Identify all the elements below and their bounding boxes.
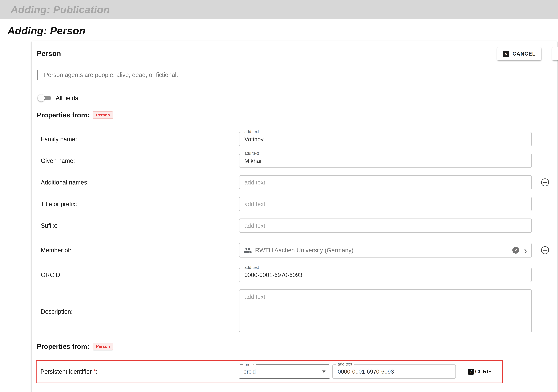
persistent-identifier-fields: prefix orcid add text ✓ CURIE <box>239 365 492 379</box>
orcid-input[interactable] <box>239 268 532 282</box>
persistent-identifier-label: Persistent identifier*: <box>36 368 239 375</box>
identifier-input[interactable] <box>332 365 456 379</box>
person-form-card: Person ✕ CANCEL Person agents are people… <box>31 41 558 392</box>
app: Adding: Publication Adding: Person Perso… <box>0 0 558 392</box>
properties-from-section-1: Properties from: Person <box>37 111 552 119</box>
given-name-field: add text <box>239 154 532 168</box>
quote-text: Person agents are people, alive, dead, o… <box>44 71 178 78</box>
card-title: Person <box>37 49 552 58</box>
field-row-suffix: Suffix: <box>37 219 552 233</box>
field-row-given-name: Given name: add text <box>37 154 552 168</box>
pid-label-text: Persistent identifier <box>40 368 92 375</box>
clear-member-icon[interactable]: ✕ <box>512 247 519 254</box>
section-title: Properties from: <box>37 342 89 350</box>
orcid-label: ORCID: <box>37 272 239 278</box>
identifier-value-field: add text <box>332 365 456 379</box>
chevron-right-icon[interactable]: › <box>524 247 527 254</box>
curie-label: CURIE <box>475 368 492 375</box>
curie-checkbox[interactable]: ✓ CURIE <box>468 368 492 375</box>
person-type-chip: Person <box>93 343 113 350</box>
given-name-input[interactable] <box>239 154 532 168</box>
suffix-field <box>239 219 532 233</box>
field-row-description: Description: <box>37 290 552 334</box>
toggle-thumb <box>38 94 45 102</box>
family-name-label: Family name: <box>37 136 239 143</box>
page-title: Adding: Person <box>8 25 558 37</box>
additional-names-field <box>239 175 532 189</box>
persistent-identifier-highlight: Persistent identifier*: prefix orcid add… <box>36 360 503 383</box>
person-type-chip: Person <box>93 111 113 119</box>
all-fields-row: All fields <box>37 94 552 102</box>
family-name-field: add text <box>239 132 532 146</box>
prefix-select[interactable]: prefix orcid <box>239 365 330 379</box>
additional-names-label: Additional names: <box>37 179 239 186</box>
given-name-floating-label: add text <box>243 151 260 156</box>
cancel-button-label: CANCEL <box>513 51 536 57</box>
prefix-floating-label: prefix <box>243 362 256 367</box>
additional-names-input[interactable] <box>239 175 532 189</box>
description-field <box>239 290 532 334</box>
title-or-prefix-input[interactable] <box>239 197 532 211</box>
properties-from-section-2: Properties from: Person <box>37 342 552 351</box>
identifier-floating-label: add text <box>336 362 354 366</box>
dropdown-caret-icon <box>322 370 325 373</box>
background-page-title: Adding: Publication <box>0 0 558 19</box>
form-rows: Family name: add text Given name: add te… <box>37 132 552 334</box>
pid-label-colon: : <box>96 368 97 375</box>
family-name-floating-label: add text <box>243 129 260 134</box>
title-or-prefix-label: Title or prefix: <box>37 201 239 207</box>
field-row-family-name: Family name: add text <box>37 132 552 146</box>
cancel-button[interactable]: ✕ CANCEL <box>497 47 541 60</box>
people-icon <box>244 246 252 254</box>
section-title: Properties from: <box>37 111 89 119</box>
partial-edge-button[interactable] <box>552 47 558 60</box>
description-textarea[interactable] <box>239 290 532 332</box>
required-asterisk: * <box>94 368 96 375</box>
cancel-x-icon: ✕ <box>503 51 509 57</box>
suffix-label: Suffix: <box>37 222 239 229</box>
member-of-value-chip[interactable]: RWTH Aachen University (Germany) ✕ › <box>239 243 532 257</box>
orcid-floating-label: add text <box>243 265 260 270</box>
title-or-prefix-field <box>239 197 532 211</box>
member-of-field: RWTH Aachen University (Germany) ✕ › <box>239 243 532 257</box>
checkbox-checked-icon: ✓ <box>468 369 474 375</box>
plus-circle-icon <box>540 178 550 187</box>
orcid-field: add text <box>239 268 532 282</box>
background-page-header: Adding: Publication <box>0 0 558 19</box>
all-fields-toggle[interactable] <box>38 94 51 102</box>
field-row-title-or-prefix: Title or prefix: <box>37 197 552 211</box>
entity-description-quote: Person agents are people, alive, dead, o… <box>37 70 552 80</box>
given-name-label: Given name: <box>37 157 239 164</box>
add-additional-name-button[interactable] <box>540 178 550 187</box>
field-row-member-of: Member of: RWTH Aachen University (Germa… <box>37 243 552 257</box>
suffix-input[interactable] <box>239 219 532 233</box>
description-label: Description: <box>37 308 239 315</box>
field-row-additional-names: Additional names: <box>37 175 552 189</box>
member-of-value: RWTH Aachen University (Germany) <box>255 247 353 254</box>
prefix-selected-value: orcid <box>244 368 256 375</box>
member-of-label: Member of: <box>37 247 239 254</box>
all-fields-label: All fields <box>56 94 78 102</box>
add-member-button[interactable] <box>540 246 550 255</box>
family-name-input[interactable] <box>239 132 532 146</box>
plus-circle-icon <box>540 246 550 255</box>
field-row-orcid: ORCID: add text <box>37 268 552 282</box>
